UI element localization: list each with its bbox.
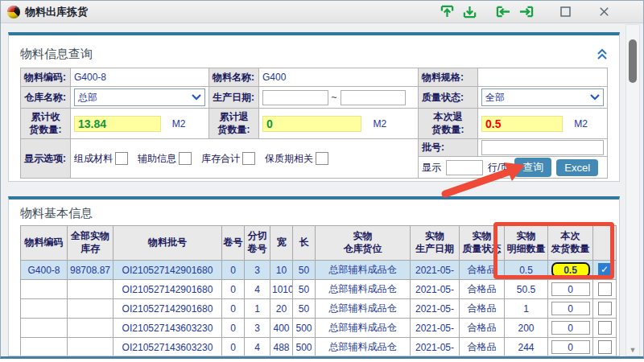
cell: 2021-05- [411, 280, 460, 299]
dock-bottom-icon[interactable] [462, 5, 477, 19]
column-header: 分切 卷号 [245, 226, 270, 261]
material-spec-value[interactable] [478, 68, 608, 87]
app-logo-icon [7, 6, 20, 19]
cell: 合格品 [460, 261, 505, 280]
column-header: 卷号 [222, 226, 245, 261]
column-header: 实物 仓库货位 [316, 226, 411, 261]
row-select-checkbox[interactable] [598, 282, 612, 296]
detail-panel: 物料基本信息 物料编码全部实物 库存物料批号卷号分切 卷号宽长实物 仓库货位实物… [8, 196, 620, 356]
table-row[interactable]: OI21052714290168004101050总部辅料成品仓2021-05-… [21, 280, 617, 299]
option-compose-checkbox[interactable] [115, 152, 128, 165]
close-icon[interactable] [597, 5, 611, 19]
scrollbar-down-arrow[interactable]: ▼ [626, 346, 639, 354]
prod-date-label: 生产日期: [209, 87, 259, 109]
cell: 总部辅料成品仓 [316, 299, 411, 319]
dock-right-icon[interactable] [518, 5, 534, 19]
table-row[interactable]: G400-898708.87OI210527142901680031050总部辅… [21, 261, 617, 280]
cell: 2021-05- [411, 261, 460, 280]
dock-left-icon[interactable] [496, 5, 511, 19]
cell: 2021-05- [411, 319, 460, 338]
show-rows-label: 显示 [422, 161, 441, 175]
cell: 1 [245, 299, 270, 319]
cell: 20 [270, 299, 293, 319]
vertical-scrollbar[interactable]: ▼ [625, 24, 640, 356]
maximize-icon[interactable] [559, 5, 572, 19]
current-return-value[interactable]: 0.5 [481, 116, 563, 132]
collapse-section-icon[interactable] [597, 48, 608, 60]
cell: 总部辅料成品仓 [316, 280, 411, 299]
cell: 400 [270, 319, 293, 338]
detail-section-title: 物料基本信息 [20, 206, 93, 221]
cell: 0 [222, 280, 245, 299]
cell: 50 [293, 299, 316, 319]
cell: OI210527143603230 [114, 338, 222, 357]
cell [68, 299, 114, 319]
option-label: 保质期相关 [265, 152, 313, 166]
batch-no-input[interactable] [481, 140, 604, 155]
column-header: 实物 明细数量 [505, 226, 548, 261]
table-row[interactable]: OI21052714360323003400500总部辅料成品仓2021-05-… [21, 319, 617, 338]
cell [21, 319, 68, 338]
rows-per-page-unit: 行/页 [488, 161, 510, 175]
row-select-checkbox[interactable] [598, 321, 612, 335]
column-header: 宽 [270, 226, 293, 261]
cell: 500 [293, 338, 316, 357]
material-name-value[interactable]: G400 [259, 68, 419, 87]
cell: 合格品 [460, 280, 505, 299]
total-received-unit: M2 [172, 118, 186, 130]
cell: 4 [245, 280, 270, 299]
quality-select[interactable]: 全部 [481, 88, 604, 106]
chevron-down-icon [192, 94, 201, 101]
material-code-value[interactable]: G400-8 [71, 68, 209, 87]
detail-header-row: 物料编码全部实物 库存物料批号卷号分切 卷号宽长实物 仓库货位实物 生产日期实物… [21, 226, 617, 261]
rows-per-page-input[interactable] [446, 160, 483, 175]
cell: 1010 [270, 280, 293, 299]
cell [21, 280, 68, 299]
chevron-down-icon [590, 94, 600, 101]
scrollbar-thumb[interactable] [629, 39, 637, 83]
cell: 50 [293, 261, 316, 280]
ship-qty-input[interactable] [551, 340, 590, 354]
date-range-separator: ~ [332, 92, 337, 103]
cell [21, 299, 68, 319]
table-row[interactable]: OI210527142901680012050总部辅料成品仓2021-05-合格… [21, 299, 617, 319]
total-returned-unit: M2 [373, 118, 386, 130]
column-header: 长 [293, 226, 316, 261]
option-shelf-life-checkbox[interactable] [316, 152, 328, 165]
cell: 3 [245, 261, 270, 280]
row-select-checkbox[interactable]: ✓ [598, 263, 612, 277]
table-row[interactable]: OI21052714360323004488500总部辅料成品仓2021-05-… [21, 338, 617, 357]
cell: 0 [222, 319, 245, 338]
total-received-label: 累计收货数量: [21, 109, 71, 139]
cell: 244 [505, 338, 548, 357]
detail-table-body: G400-898708.87OI210527142901680031050总部辅… [21, 261, 617, 357]
cell: OI210527142901680 [114, 261, 222, 280]
row-select-checkbox[interactable] [598, 302, 612, 315]
dock-top-icon[interactable] [440, 5, 455, 19]
excel-button[interactable]: Excel [556, 159, 598, 176]
ship-qty-input[interactable] [551, 302, 590, 315]
cell: 50.5 [505, 280, 548, 299]
cell: OI210527143603230 [114, 319, 222, 338]
option-stock-total-checkbox[interactable] [242, 152, 255, 165]
ship-qty-input[interactable] [551, 282, 590, 296]
query-panel: 物料信息查询 物料编码: G400-8 物料名称: G400 物料规格: 仓库名… [8, 32, 620, 182]
column-header: 实物 生产日期 [411, 226, 460, 261]
cell: 10 [270, 261, 293, 280]
quality-selected-value: 全部 [485, 91, 505, 105]
material-name-label: 物料名称: [209, 68, 259, 87]
option-aux-checkbox[interactable] [179, 152, 192, 165]
material-spec-label: 物料规格: [419, 68, 478, 87]
cell: G400-8 [21, 261, 68, 280]
ship-qty-input[interactable] [551, 262, 590, 278]
query-button[interactable]: 查询 [514, 158, 551, 177]
ship-qty-input[interactable] [551, 321, 590, 335]
cell: 0 [222, 299, 245, 319]
prod-date-from-input[interactable] [262, 90, 328, 105]
cell [21, 338, 68, 357]
warehouse-select[interactable]: 总部 [74, 88, 205, 106]
cell: 200 [505, 319, 548, 338]
row-select-checkbox[interactable] [598, 340, 612, 354]
total-returned-value: 0 [262, 116, 361, 132]
prod-date-to-input[interactable] [341, 90, 407, 105]
